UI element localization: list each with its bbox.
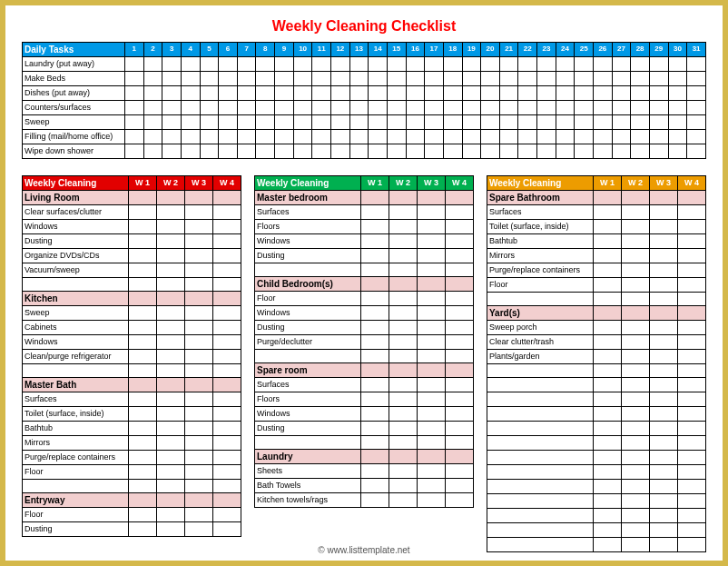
daily-checkbox-cell[interactable] (537, 144, 556, 159)
daily-checkbox-cell[interactable] (125, 144, 144, 159)
daily-checkbox-cell[interactable] (275, 130, 294, 144)
daily-checkbox-cell[interactable] (406, 101, 425, 115)
daily-checkbox-cell[interactable] (293, 86, 312, 101)
daily-checkbox-cell[interactable] (425, 130, 444, 144)
daily-checkbox-cell[interactable] (143, 115, 162, 130)
weekly-checkbox-cell[interactable] (361, 306, 389, 321)
daily-checkbox-cell[interactable] (518, 144, 537, 159)
weekly-checkbox-cell[interactable] (185, 335, 213, 350)
daily-checkbox-cell[interactable] (594, 86, 613, 101)
daily-checkbox-cell[interactable] (237, 115, 256, 130)
daily-checkbox-cell[interactable] (443, 57, 462, 72)
daily-checkbox-cell[interactable] (443, 130, 462, 144)
daily-checkbox-cell[interactable] (518, 130, 537, 144)
weekly-checkbox-cell[interactable] (361, 321, 389, 335)
daily-checkbox-cell[interactable] (331, 72, 350, 86)
weekly-checkbox-cell[interactable] (650, 378, 678, 392)
daily-checkbox-cell[interactable] (200, 72, 219, 86)
weekly-checkbox-cell[interactable] (157, 234, 185, 249)
weekly-checkbox-cell[interactable] (622, 263, 650, 278)
weekly-checkbox-cell[interactable] (185, 220, 213, 234)
weekly-checkbox-cell[interactable] (594, 335, 622, 350)
daily-checkbox-cell[interactable] (312, 86, 331, 101)
daily-checkbox-cell[interactable] (687, 57, 706, 72)
weekly-checkbox-cell[interactable] (622, 350, 650, 364)
daily-checkbox-cell[interactable] (293, 144, 312, 159)
daily-checkbox-cell[interactable] (556, 130, 575, 144)
weekly-checkbox-cell[interactable] (678, 451, 706, 465)
daily-checkbox-cell[interactable] (518, 115, 537, 130)
daily-checkbox-cell[interactable] (293, 115, 312, 130)
weekly-checkbox-cell[interactable] (446, 335, 474, 350)
weekly-checkbox-cell[interactable] (594, 509, 622, 523)
weekly-checkbox-cell[interactable] (185, 263, 213, 278)
weekly-checkbox-cell[interactable] (650, 205, 678, 220)
daily-checkbox-cell[interactable] (256, 72, 275, 86)
daily-checkbox-cell[interactable] (143, 144, 162, 159)
weekly-checkbox-cell[interactable] (157, 465, 185, 480)
daily-checkbox-cell[interactable] (312, 57, 331, 72)
weekly-checkbox-cell[interactable] (622, 494, 650, 509)
daily-checkbox-cell[interactable] (237, 86, 256, 101)
daily-checkbox-cell[interactable] (219, 57, 238, 72)
daily-checkbox-cell[interactable] (687, 86, 706, 101)
weekly-checkbox-cell[interactable] (418, 392, 446, 407)
daily-checkbox-cell[interactable] (349, 72, 369, 86)
daily-checkbox-cell[interactable] (649, 86, 668, 101)
weekly-checkbox-cell[interactable] (678, 509, 706, 523)
weekly-checkbox-cell[interactable] (594, 249, 622, 263)
daily-checkbox-cell[interactable] (349, 115, 369, 130)
daily-checkbox-cell[interactable] (631, 115, 650, 130)
daily-checkbox-cell[interactable] (275, 101, 294, 115)
daily-checkbox-cell[interactable] (537, 86, 556, 101)
weekly-checkbox-cell[interactable] (389, 249, 418, 263)
daily-checkbox-cell[interactable] (331, 57, 350, 72)
daily-checkbox-cell[interactable] (631, 130, 650, 144)
weekly-checkbox-cell[interactable] (678, 422, 706, 436)
weekly-checkbox-cell[interactable] (446, 234, 474, 249)
daily-checkbox-cell[interactable] (143, 101, 162, 115)
daily-checkbox-cell[interactable] (668, 130, 687, 144)
weekly-checkbox-cell[interactable] (185, 392, 213, 407)
weekly-checkbox-cell[interactable] (446, 464, 474, 479)
daily-checkbox-cell[interactable] (312, 115, 331, 130)
daily-checkbox-cell[interactable] (369, 130, 388, 144)
daily-checkbox-cell[interactable] (481, 130, 500, 144)
weekly-checkbox-cell[interactable] (213, 436, 241, 451)
weekly-checkbox-cell[interactable] (650, 278, 678, 293)
weekly-checkbox-cell[interactable] (213, 522, 241, 537)
weekly-checkbox-cell[interactable] (678, 220, 706, 234)
daily-checkbox-cell[interactable] (275, 115, 294, 130)
weekly-checkbox-cell[interactable] (678, 263, 706, 278)
daily-checkbox-cell[interactable] (200, 115, 219, 130)
daily-checkbox-cell[interactable] (312, 130, 331, 144)
daily-checkbox-cell[interactable] (200, 57, 219, 72)
daily-checkbox-cell[interactable] (293, 130, 312, 144)
weekly-checkbox-cell[interactable] (418, 234, 446, 249)
weekly-checkbox-cell[interactable] (418, 422, 446, 436)
daily-checkbox-cell[interactable] (387, 115, 406, 130)
daily-checkbox-cell[interactable] (387, 130, 406, 144)
daily-checkbox-cell[interactable] (443, 72, 462, 86)
weekly-checkbox-cell[interactable] (650, 465, 678, 480)
daily-checkbox-cell[interactable] (462, 86, 481, 101)
weekly-checkbox-cell[interactable] (361, 464, 389, 479)
daily-checkbox-cell[interactable] (556, 144, 575, 159)
weekly-checkbox-cell[interactable] (157, 350, 185, 364)
daily-checkbox-cell[interactable] (481, 86, 500, 101)
blank-task-label[interactable] (487, 523, 594, 538)
daily-checkbox-cell[interactable] (631, 144, 650, 159)
weekly-checkbox-cell[interactable] (622, 392, 650, 407)
daily-checkbox-cell[interactable] (518, 57, 537, 72)
weekly-checkbox-cell[interactable] (418, 493, 446, 508)
weekly-checkbox-cell[interactable] (129, 263, 157, 278)
daily-checkbox-cell[interactable] (200, 130, 219, 144)
weekly-checkbox-cell[interactable] (213, 205, 241, 220)
weekly-checkbox-cell[interactable] (650, 422, 678, 436)
daily-checkbox-cell[interactable] (349, 144, 369, 159)
daily-checkbox-cell[interactable] (162, 144, 182, 159)
weekly-checkbox-cell[interactable] (650, 494, 678, 509)
daily-checkbox-cell[interactable] (425, 86, 444, 101)
weekly-checkbox-cell[interactable] (678, 335, 706, 350)
daily-checkbox-cell[interactable] (481, 57, 500, 72)
